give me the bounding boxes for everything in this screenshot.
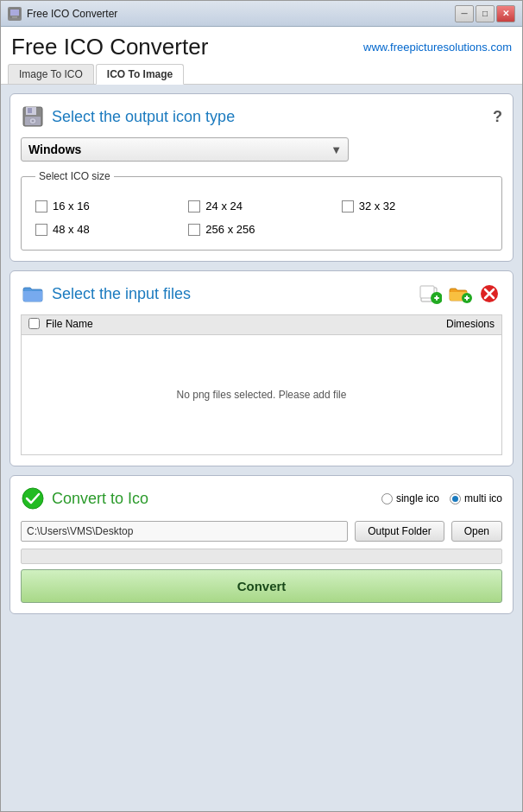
file-list-header-dimensions: Dimesions [408, 318, 495, 332]
close-button[interactable]: ✕ [496, 5, 515, 22]
convert-title: Convert to Ico [52, 490, 381, 508]
convert-check-icon [21, 486, 45, 511]
svg-rect-16 [466, 295, 468, 301]
size-option-32x32[interactable]: 32 x 32 [342, 200, 488, 213]
svg-rect-1 [10, 10, 19, 16]
single-ico-option[interactable]: single ico [381, 492, 439, 504]
sizes-grid-empty [342, 223, 488, 236]
app-title: Free ICO Converter [11, 34, 208, 60]
minimize-button[interactable]: ─ [455, 5, 474, 22]
app-icon [8, 7, 22, 21]
multi-ico-label: multi ico [464, 492, 502, 504]
size-label-48x48: 48 x 48 [53, 223, 90, 236]
output-icon [21, 105, 45, 129]
file-list-body: No png files selected. Please add file [21, 334, 502, 455]
input-files-header: Select the input files [21, 282, 502, 306]
app-title-bar: Free ICO Converter www.freepicturesoluti… [1, 27, 522, 64]
convert-button[interactable]: Convert [21, 569, 502, 603]
remove-file-button[interactable] [476, 282, 502, 306]
output-type-title: Select the output icon type [52, 108, 493, 126]
dropdown-container: Windows Mac ▼ [21, 137, 502, 162]
size-option-256x256[interactable]: 256 x 256 [188, 223, 334, 236]
svg-rect-5 [28, 108, 32, 113]
sizes-grid: 16 x 16 24 x 24 32 x 32 48 x 48 [35, 200, 488, 236]
size-label-24x24: 24 x 24 [205, 200, 243, 213]
size-label-32x32: 32 x 32 [359, 200, 396, 213]
svg-rect-2 [12, 16, 17, 18]
output-type-header: Select the output icon type ? [21, 105, 502, 129]
convert-section: Convert to Ico single ico multi ico Outp… [9, 475, 514, 614]
ico-size-legend: Select ICO size [35, 170, 114, 182]
size-label-256x256: 256 x 256 [205, 223, 255, 236]
ico-size-group: Select ICO size 16 x 16 24 x 24 32 x 32 [21, 170, 502, 251]
tab-ico-to-image[interactable]: ICO To Image [96, 64, 184, 85]
size-label-16x16: 16 x 16 [53, 200, 90, 213]
size-checkbox-256x256[interactable] [188, 224, 200, 236]
restore-button[interactable]: □ [476, 5, 495, 22]
multi-ico-option[interactable]: multi ico [450, 492, 502, 504]
tabs-bar: Image To ICO ICO To Image [1, 64, 522, 85]
input-toolbar [418, 282, 502, 306]
output-type-section: Select the output icon type ? Windows Ma… [9, 93, 514, 262]
type-dropdown-wrapper: Windows Mac ▼ [21, 137, 349, 162]
title-bar-text: Free ICO Converter [27, 8, 455, 20]
add-file-button[interactable] [418, 282, 444, 306]
size-option-48x48[interactable]: 48 x 48 [35, 223, 181, 236]
input-icon [21, 282, 45, 306]
size-checkbox-48x48[interactable] [35, 224, 47, 236]
convert-header: Convert to Ico single ico multi ico [21, 486, 502, 511]
open-button[interactable]: Open [451, 521, 502, 542]
type-dropdown[interactable]: Windows Mac [21, 137, 349, 162]
output-path-input[interactable] [21, 521, 348, 542]
input-files-title: Select the input files [52, 285, 418, 303]
svg-point-20 [22, 488, 43, 509]
select-all-checkbox[interactable] [28, 318, 40, 329]
svg-rect-13 [436, 295, 438, 301]
size-checkbox-16x16[interactable] [35, 200, 47, 213]
progress-bar-container [21, 549, 502, 564]
output-folder-button[interactable]: Output Folder [355, 521, 444, 542]
size-checkbox-24x24[interactable] [188, 200, 200, 213]
file-list-header-name: File Name [46, 318, 408, 332]
single-ico-label: single ico [396, 492, 439, 504]
main-window: Free ICO Converter ─ □ ✕ Free ICO Conver… [0, 0, 523, 812]
tab-image-to-ico[interactable]: Image To ICO [8, 64, 94, 84]
file-list-header-check[interactable] [28, 318, 46, 332]
title-bar: Free ICO Converter ─ □ ✕ [1, 1, 522, 27]
ico-type-radio-group: single ico multi ico [381, 492, 502, 504]
single-ico-radio[interactable] [381, 493, 393, 504]
output-path-row: Output Folder Open [21, 521, 502, 542]
empty-message: No png files selected. Please add file [177, 389, 347, 401]
size-option-16x16[interactable]: 16 x 16 [35, 200, 181, 213]
help-icon[interactable]: ? [493, 108, 502, 126]
file-list-header: File Name Dimesions [21, 314, 502, 334]
size-option-24x24[interactable]: 24 x 24 [188, 200, 334, 213]
add-folder-button[interactable] [447, 282, 473, 306]
main-content: Select the output icon type ? Windows Ma… [1, 85, 522, 811]
size-checkbox-32x32[interactable] [342, 200, 354, 213]
multi-ico-radio[interactable] [450, 493, 461, 504]
svg-point-8 [32, 120, 35, 122]
website-link[interactable]: www.freepicturesolutions.com [363, 41, 512, 54]
input-files-section: Select the input files [9, 270, 514, 466]
title-bar-controls: ─ □ ✕ [455, 5, 515, 22]
